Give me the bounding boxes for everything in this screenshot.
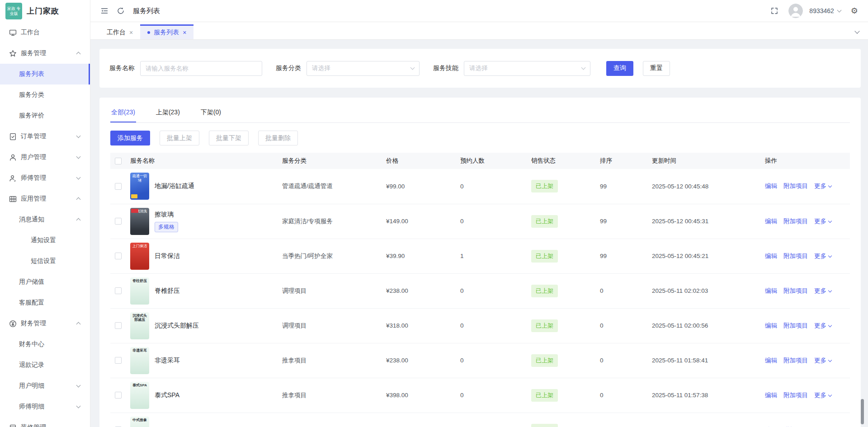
row-checkbox[interactable] bbox=[115, 287, 122, 294]
booking-count: 0 bbox=[458, 169, 529, 204]
edit-link[interactable]: 编辑 bbox=[765, 287, 777, 294]
batch-off-sale-button[interactable]: 批量下架 bbox=[209, 131, 249, 145]
row-checkbox[interactable] bbox=[115, 218, 122, 225]
chevron-down-icon bbox=[828, 393, 832, 396]
edit-link[interactable]: 编辑 bbox=[765, 218, 777, 225]
column-header: 预约人数 bbox=[458, 153, 529, 169]
service-thumbnail: 玻璃清洗 bbox=[130, 208, 149, 235]
sort-value: 99 bbox=[598, 169, 650, 204]
user-menu[interactable]: 8933462 bbox=[809, 7, 841, 14]
service-price: ¥318.00 bbox=[384, 308, 458, 343]
refresh-icon[interactable] bbox=[117, 7, 125, 15]
service-category bbox=[280, 413, 384, 427]
addon-link[interactable]: 附加项目 bbox=[783, 357, 808, 364]
addon-link[interactable]: 附加项目 bbox=[783, 322, 808, 329]
updated-time bbox=[650, 413, 763, 427]
sidebar-item-master-management[interactable]: 师傅管理 bbox=[0, 168, 90, 188]
search-button[interactable]: 查询 bbox=[606, 61, 633, 76]
sidebar-item-decoration-management[interactable]: 装修管理 bbox=[0, 417, 90, 427]
row-checkbox[interactable] bbox=[115, 183, 122, 190]
service-thumbnail: 中式推拿 bbox=[130, 417, 149, 427]
sidebar-item-service-review[interactable]: 服务评价 bbox=[0, 105, 90, 126]
more-link[interactable]: 更多 bbox=[814, 322, 831, 329]
sidebar-item-service-list[interactable]: 服务列表 bbox=[0, 64, 90, 84]
edit-link[interactable]: 编辑 bbox=[765, 322, 777, 329]
fullscreen-icon[interactable] bbox=[770, 7, 778, 15]
sidebar-item-master-details[interactable]: 师傅明细 bbox=[0, 396, 90, 417]
sidebar-item-user-stored-value[interactable]: 用户储值 bbox=[0, 272, 90, 292]
updated-time: 2025-05-11 01:57:38 bbox=[650, 378, 763, 413]
table-row: 泰式SPA泰式SPA推拿项目¥398.000已上架02025-05-11 01:… bbox=[110, 378, 850, 413]
row-checkbox[interactable] bbox=[115, 322, 122, 329]
sidebar-item-user-management[interactable]: 用户管理 bbox=[0, 147, 90, 168]
service-skill-select[interactable]: 请选择 bbox=[464, 61, 590, 76]
nav-tabbar: 工作台×服务列表× bbox=[90, 22, 868, 40]
addon-link[interactable]: 附加项目 bbox=[783, 253, 808, 259]
tab-list-chevron-icon[interactable] bbox=[854, 28, 859, 33]
sidebar-item-user-details[interactable]: 用户明细 bbox=[0, 375, 90, 396]
sidebar-item-customer-service-config[interactable]: 客服配置 bbox=[0, 292, 90, 313]
sidebar-item-message-notice[interactable]: 消息通知 bbox=[0, 209, 90, 230]
service-category-select[interactable]: 请选择 bbox=[307, 61, 420, 76]
edit-link[interactable]: 编辑 bbox=[765, 183, 777, 189]
nav-tab-workbench[interactable]: 工作台× bbox=[99, 24, 140, 39]
row-checkbox[interactable] bbox=[115, 253, 122, 259]
addon-link[interactable]: 附加项目 bbox=[783, 218, 808, 225]
more-link[interactable]: 更多 bbox=[814, 183, 831, 189]
edit-link[interactable]: 编辑 bbox=[765, 253, 777, 259]
sidebar-item-notice-settings[interactable]: 通知设置 bbox=[0, 230, 90, 251]
reset-button[interactable]: 重置 bbox=[643, 61, 670, 76]
close-icon[interactable]: × bbox=[183, 29, 186, 36]
edit-link[interactable]: 编辑 bbox=[765, 357, 777, 364]
sort-value: 0 bbox=[598, 378, 650, 413]
add-service-button[interactable]: 添加服务 bbox=[110, 131, 150, 145]
status-badge: 已上架 bbox=[531, 354, 558, 367]
more-link[interactable]: 更多 bbox=[814, 287, 831, 294]
sidebar-item-finance-management[interactable]: 财务管理 bbox=[0, 313, 90, 334]
more-link[interactable]: 更多 bbox=[814, 357, 831, 364]
addon-link[interactable]: 附加项目 bbox=[783, 183, 808, 189]
table-row: 玻璃清洗擦玻璃多规格家庭清洁/专项服务¥149.000已上架992025-05-… bbox=[110, 204, 850, 239]
sidebar-item-workbench[interactable]: 工作台 bbox=[0, 22, 90, 43]
sidebar-item-service-category[interactable]: 服务分类 bbox=[0, 84, 90, 105]
nav-tab-service-list[interactable]: 服务列表× bbox=[140, 24, 193, 39]
scrollbar-thumb[interactable] bbox=[861, 399, 864, 424]
master-icon bbox=[9, 174, 17, 182]
list-tab-off-sale[interactable]: 下架(0) bbox=[200, 104, 222, 122]
close-icon[interactable]: × bbox=[129, 29, 133, 36]
sidebar-item-service-management[interactable]: 服务管理 bbox=[0, 43, 90, 64]
service-category: 推拿项目 bbox=[280, 378, 384, 413]
gear-icon[interactable]: ⚙ bbox=[851, 7, 858, 15]
service-name: 地漏/浴缸疏通 bbox=[155, 182, 194, 190]
service-name-input[interactable] bbox=[140, 61, 262, 76]
list-tab-all[interactable]: 全部(23) bbox=[110, 104, 136, 122]
avatar[interactable] bbox=[788, 4, 803, 18]
row-checkbox[interactable] bbox=[115, 392, 122, 399]
table-row: 沉浸式头部减压沉浸式头部解压调理项目¥318.000已上架02025-05-11… bbox=[110, 308, 850, 343]
addon-link[interactable]: 附加项目 bbox=[783, 392, 808, 399]
more-link[interactable]: 更多 bbox=[814, 218, 831, 225]
sidebar-item-sms-settings[interactable]: 短信设置 bbox=[0, 251, 90, 272]
list-tab-on-sale[interactable]: 上架(23) bbox=[155, 104, 181, 122]
addon-link[interactable]: 附加项目 bbox=[783, 287, 808, 294]
batch-delete-button[interactable]: 批量删除 bbox=[258, 131, 298, 145]
more-link[interactable]: 更多 bbox=[814, 392, 831, 399]
sidebar-item-refund-records[interactable]: 退款记录 bbox=[0, 355, 90, 375]
sidebar-item-app-management[interactable]: 应用管理 bbox=[0, 188, 90, 209]
table-row: 非遗采耳非遗采耳推拿项目¥238.000已上架02025-05-11 01:58… bbox=[110, 343, 850, 378]
sidebar-item-finance-center[interactable]: 财务中心 bbox=[0, 334, 90, 355]
sidebar-item-label: 师傅管理 bbox=[21, 174, 46, 182]
edit-link[interactable]: 编辑 bbox=[765, 392, 777, 399]
row-checkbox[interactable] bbox=[115, 357, 122, 364]
select-all-checkbox[interactable] bbox=[115, 158, 122, 164]
batch-on-sale-button[interactable]: 批量上架 bbox=[160, 131, 199, 145]
sidebar-item-label: 通知设置 bbox=[31, 236, 56, 244]
service-thumbnail: 疏通一切堵 bbox=[130, 173, 149, 200]
more-link[interactable]: 更多 bbox=[814, 253, 831, 259]
menu-fold-icon[interactable] bbox=[100, 7, 108, 15]
chevron-up-icon bbox=[76, 197, 81, 202]
sidebar-item-label: 应用管理 bbox=[21, 195, 46, 203]
sidebar-item-order-management[interactable]: 订单管理 bbox=[0, 126, 90, 147]
status-badge: 已上架 bbox=[531, 180, 558, 192]
status-badge: 已上架 bbox=[531, 285, 558, 297]
